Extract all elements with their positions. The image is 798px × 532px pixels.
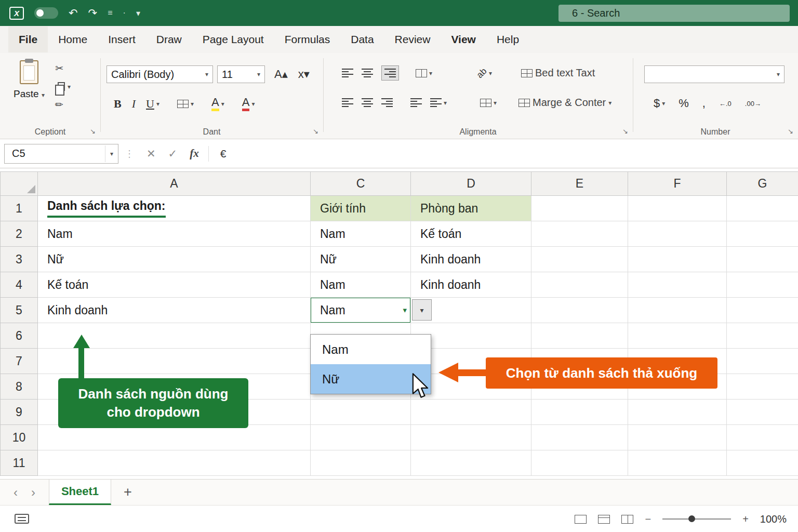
sheet-nav-right-icon[interactable]: › [31,485,35,500]
number-format-combo[interactable]: ▾ [644,65,784,83]
redo-icon[interactable]: ↷ [88,7,98,19]
name-box[interactable]: C5 ▾ [4,144,118,164]
autosave-toggle[interactable] [34,7,58,19]
tab-file[interactable]: File [8,26,48,52]
cell-E11[interactable] [531,450,628,476]
align-center-icon[interactable] [362,98,373,107]
select-all-corner[interactable] [1,172,38,196]
wrap-text-button[interactable]: Bed text Taxt [521,67,595,79]
row-header-11[interactable]: 11 [1,450,38,476]
cell-G7[interactable] [727,349,798,374]
page-break-view-icon[interactable] [621,515,633,524]
paste-button[interactable]: Paste ▾ [12,60,46,100]
format-panes-button[interactable]: ▾ [416,69,432,77]
cell-C9[interactable] [311,400,411,425]
cell-E5[interactable] [531,298,628,323]
cell-D2[interactable]: Kế toán [411,221,531,247]
insert-function-icon[interactable]: fx [190,147,199,160]
bold-button[interactable]: B [114,97,122,111]
cell-F10[interactable] [628,425,727,450]
zoom-slider-knob[interactable] [688,515,695,522]
cell-D3[interactable]: Kinh doanh [411,247,531,272]
cell-E4[interactable] [531,272,628,298]
cell-C4[interactable]: Nam [311,272,411,298]
cell-A4[interactable]: Kế toán [38,272,311,298]
cell-G3[interactable] [727,247,798,272]
cell-E9[interactable] [531,400,628,425]
row-header-4[interactable]: 4 [1,272,38,298]
alignment-dialog-launcher-icon[interactable]: ↘ [622,127,628,135]
italic-button[interactable]: I [132,97,136,111]
zoom-slider[interactable] [662,518,731,520]
cell-A1[interactable]: Danh sách lựa chọn: [38,196,311,221]
cell-A11[interactable] [38,450,311,476]
tab-home[interactable]: Home [48,26,98,52]
cell-E6[interactable] [531,323,628,349]
col-header-C[interactable]: C [311,172,411,196]
zoom-out-icon[interactable]: − [645,513,651,525]
tab-insert[interactable]: Insert [98,26,146,52]
cell-G4[interactable] [727,272,798,298]
merge-center-button[interactable]: Marge & Conter▾ [518,97,611,109]
font-size-combo[interactable]: 11 ▾ [217,65,265,83]
col-header-F[interactable]: F [628,172,727,196]
increase-decimal-icon[interactable]: ←.0 [719,100,732,108]
row-header-6[interactable]: 6 [1,323,38,349]
sheet-nav-left-icon[interactable]: ‹ [14,485,18,500]
cell-E2[interactable] [531,221,628,247]
quick-access-menu-icon[interactable]: ≡ [108,8,112,18]
dropdown-item-nam[interactable]: Nam [311,335,431,364]
cell-G11[interactable] [727,450,798,476]
cell-G5[interactable] [727,298,798,323]
row-header-9[interactable]: 9 [1,400,38,425]
highlight-color-button[interactable]: A▾ [211,97,224,111]
format-painter-icon[interactable]: ✏ [55,99,71,111]
cell-D4[interactable]: Kinh doanh [411,272,531,298]
cell-G1[interactable] [727,196,798,221]
cell-F1[interactable] [628,196,727,221]
cell-F6[interactable] [628,323,727,349]
cell-A3[interactable]: Nữ [38,247,311,272]
col-header-G[interactable]: G [727,172,798,196]
cell-F2[interactable] [628,221,727,247]
add-sheet-icon[interactable]: + [111,480,144,505]
formula-input[interactable]: € [220,148,227,160]
grow-font-icon[interactable]: A▴ [274,68,288,81]
app-logo-icon[interactable]: X [9,7,24,20]
row-header-8[interactable]: 8 [1,374,38,400]
row-header-2[interactable]: 2 [1,221,38,247]
align-middle-icon[interactable] [362,69,373,77]
cell-G10[interactable] [727,425,798,450]
copy-button[interactable]: ▾ [55,82,71,91]
zoom-in-icon[interactable]: + [742,513,749,525]
cell-C11[interactable] [311,450,411,476]
table-format-button[interactable]: ▾ [480,99,497,107]
cell-G9[interactable] [727,400,798,425]
cell-C3[interactable]: Nữ [311,247,411,272]
cell-C1[interactable]: Giới tính [311,196,411,221]
cut-icon[interactable]: ✂ [55,62,71,74]
row-header-5[interactable]: 5 [1,298,38,323]
in-cell-dropdown-caret-icon[interactable]: ▾ [403,305,407,315]
cell-E1[interactable] [531,196,628,221]
align-top-icon[interactable] [342,69,353,77]
cell-D10[interactable] [411,425,531,450]
row-header-7[interactable]: 7 [1,349,38,374]
cell-A2[interactable]: Nam [38,221,311,247]
percent-icon[interactable]: % [679,97,689,110]
tab-draw[interactable]: Draw [146,26,192,52]
shrink-font-icon[interactable]: x▾ [298,68,310,81]
clipboard-dialog-launcher-icon[interactable]: ↘ [90,127,96,135]
font-name-combo[interactable]: Calibri (Body) ▾ [107,65,213,83]
keyboard-icon[interactable] [15,514,29,524]
tab-view[interactable]: View [441,26,486,52]
font-color-button[interactable]: A▾ [242,97,255,111]
col-header-E[interactable]: E [531,172,628,196]
cell-F5[interactable] [628,298,727,323]
number-dialog-launcher-icon[interactable]: ↘ [788,127,793,135]
tab-review[interactable]: Review [384,26,441,52]
page-layout-view-icon[interactable] [598,515,610,524]
tab-page-layout[interactable]: Page Layout [192,26,274,52]
cell-C2[interactable]: Nam [311,221,411,247]
font-dialog-launcher-icon[interactable]: ↘ [313,127,318,135]
